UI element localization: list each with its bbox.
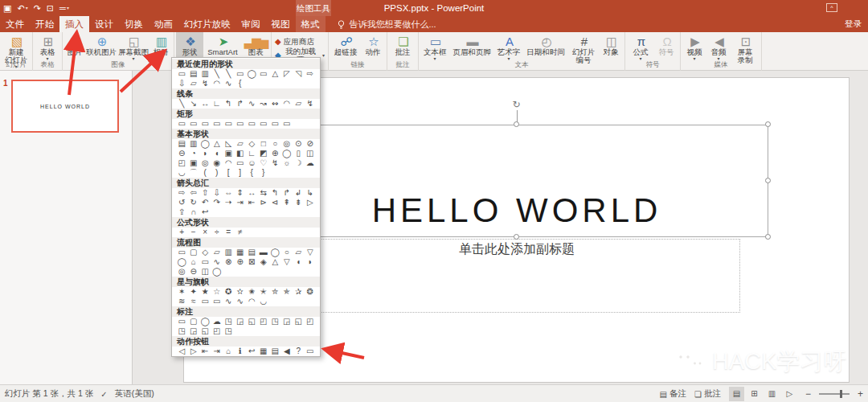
shape-cell[interactable]: ◉	[211, 158, 223, 168]
shape-cell[interactable]: ◯	[199, 317, 211, 326]
shape-cell[interactable]: ÷	[211, 228, 223, 237]
shape-cell[interactable]: ✭	[258, 287, 270, 297]
shape-cell[interactable]: ↩	[199, 207, 211, 217]
shape-cell[interactable]: ▤	[269, 347, 281, 356]
shape-cell[interactable]: ◧	[235, 149, 247, 158]
shape-cell[interactable]: ⌂	[188, 257, 200, 267]
shape-cell[interactable]: ℹ	[235, 347, 247, 356]
resize-handle-top-right[interactable]	[765, 121, 771, 127]
shape-cell[interactable]: ◺	[223, 139, 235, 149]
shape-cell[interactable]: ↰	[269, 188, 281, 198]
shape-cell[interactable]: ↶	[199, 198, 211, 207]
shape-cell[interactable]: )	[211, 168, 223, 178]
shape-cell[interactable]: ⊖	[188, 267, 200, 277]
shape-cell[interactable]: △	[211, 139, 223, 149]
shape-cell[interactable]: ↱	[235, 99, 247, 109]
shape-cell[interactable]: ✰	[293, 287, 305, 297]
shape-cell[interactable]: ◈	[258, 257, 270, 267]
shape-cell[interactable]: ❂	[305, 287, 317, 297]
shape-cell[interactable]: ↯	[269, 158, 281, 168]
shape-cell[interactable]: ◡	[176, 168, 188, 178]
shape-cell[interactable]: ↔	[246, 188, 258, 198]
shape-cell[interactable]: ⊕	[235, 257, 247, 267]
shape-cell[interactable]: ▬	[258, 248, 270, 257]
shape-cell[interactable]: ↭	[269, 99, 281, 109]
language-indicator[interactable]: 英语(美国)	[115, 388, 154, 400]
shape-cell[interactable]: ◠	[223, 158, 235, 168]
shape-cell[interactable]: ▢	[188, 317, 200, 326]
shape-cell[interactable]: ⇤	[246, 198, 258, 207]
shape-cell[interactable]: ◯	[281, 149, 293, 158]
shape-cell[interactable]: ○	[269, 139, 281, 149]
shape-cell[interactable]: ∿	[246, 99, 258, 109]
tab-file[interactable]: 文件	[0, 16, 30, 32]
shape-cell[interactable]: ◖	[293, 257, 305, 267]
shape-cell[interactable]: ◎	[199, 158, 211, 168]
shape-cell[interactable]: ◠	[211, 79, 223, 88]
proofing-icon[interactable]: ✓	[100, 390, 107, 399]
shape-cell[interactable]: ◰	[176, 158, 188, 168]
shape-cell[interactable]: ✬	[246, 287, 258, 297]
shape-cell[interactable]: ☆	[211, 287, 223, 297]
shape-cell[interactable]: ◰	[211, 326, 223, 336]
shape-cell[interactable]: ↰	[223, 99, 235, 109]
shape-cell[interactable]: ☽	[293, 158, 305, 168]
shape-cell[interactable]: ×	[199, 228, 211, 237]
shape-cell[interactable]: ▦	[258, 347, 270, 356]
shape-cell[interactable]: ▥	[188, 139, 200, 149]
shape-cell[interactable]: ▱	[211, 248, 223, 257]
shape-cell[interactable]: ⇢	[223, 198, 235, 207]
shape-cell[interactable]: ⊙	[293, 139, 305, 149]
tab-view[interactable]: 视图	[266, 16, 296, 32]
shape-cell[interactable]: ▣	[188, 158, 200, 168]
tab-insert[interactable]: 插入	[59, 16, 89, 32]
shape-cell[interactable]: ⊕	[269, 149, 281, 158]
shape-cell[interactable]: ◖	[211, 149, 223, 158]
shape-cell[interactable]: ▭	[211, 119, 223, 129]
shape-cell[interactable]: ⇨	[305, 69, 317, 79]
reading-view-button[interactable]: ▥	[764, 387, 780, 401]
resize-handle-bottom-right[interactable]	[765, 234, 771, 240]
shape-cell[interactable]: ⇟	[293, 198, 305, 207]
shape-cell[interactable]: ▯	[293, 149, 305, 158]
shape-cell[interactable]: ◳	[269, 317, 281, 326]
shape-cell[interactable]: ◠	[281, 99, 293, 109]
shape-cell[interactable]: ▭	[211, 297, 223, 306]
shape-cell[interactable]: ◠	[246, 297, 258, 306]
shape-cell[interactable]: ◱	[199, 326, 211, 336]
shape-cell[interactable]: ✶	[176, 287, 188, 297]
shape-cell[interactable]: ◲	[188, 326, 200, 336]
shape-cell[interactable]: △	[269, 257, 281, 267]
shape-cell[interactable]: ◗	[199, 149, 211, 158]
shape-cell[interactable]: ╲	[176, 99, 188, 109]
shape-cell[interactable]: ⇔	[223, 188, 235, 198]
shape-cell[interactable]: ▱	[293, 99, 305, 109]
shape-cell[interactable]: ◀	[281, 347, 293, 356]
shape-cell[interactable]: ◯	[269, 248, 281, 257]
shape-cell[interactable]: ▷	[188, 347, 200, 356]
tab-animations[interactable]: 动画	[149, 16, 178, 32]
zoom-slider-thumb[interactable]	[840, 390, 842, 398]
notes-button[interactable]: ▤ 备注	[660, 388, 686, 400]
shape-cell[interactable]: ↳	[305, 188, 317, 198]
shape-cell[interactable]: ▭	[199, 119, 211, 129]
shape-cell[interactable]: ⌒	[188, 168, 200, 178]
shape-cell[interactable]: ◫	[199, 267, 211, 277]
shape-cell[interactable]: ≈	[188, 297, 200, 306]
shape-cell[interactable]: ◳	[223, 317, 235, 326]
shape-cell[interactable]: (	[199, 168, 211, 178]
shape-cell[interactable]: ◎	[176, 267, 188, 277]
shape-cell[interactable]: ☺	[246, 158, 258, 168]
tab-design[interactable]: 设计	[89, 16, 119, 32]
shape-cell[interactable]: ∿	[235, 297, 247, 306]
shape-cell[interactable]: [	[223, 168, 235, 178]
shape-cell[interactable]: ▣	[223, 149, 235, 158]
shape-cell[interactable]: ▭	[281, 119, 293, 129]
shape-cell[interactable]: ⇥	[235, 198, 247, 207]
shape-cell[interactable]: ∩	[188, 207, 200, 217]
slide-thumbnail[interactable]: HELLO WORLD	[11, 80, 119, 133]
shape-cell[interactable]: ✮	[269, 287, 281, 297]
shape-cell[interactable]: ╲	[223, 69, 235, 79]
shape-cell[interactable]: ▢	[188, 248, 200, 257]
shape-cell[interactable]: ↯	[305, 99, 317, 109]
